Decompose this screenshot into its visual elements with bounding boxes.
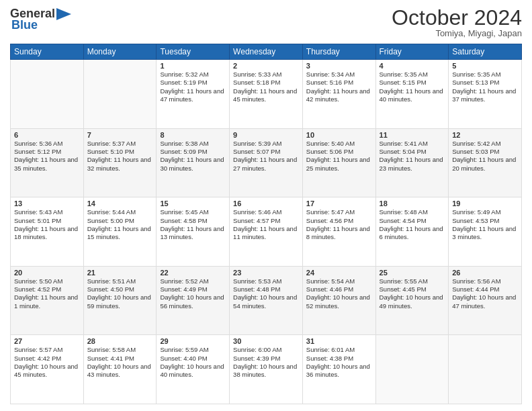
weekday-saturday: Saturday [449, 44, 522, 60]
day-number: 15 [160, 199, 226, 208]
day-number: 11 [380, 131, 445, 139]
day-cell-13: 13Sunrise: 5:43 AMSunset: 5:01 PMDayligh… [11, 197, 84, 267]
day-number: 9 [233, 131, 299, 139]
day-number: 16 [233, 199, 299, 208]
day-cell-31: 31Sunrise: 6:01 AMSunset: 4:38 PMDayligh… [302, 335, 375, 404]
daylight-text: Daylight: 11 hours and 40 minutes. [380, 87, 445, 104]
sunrise-text: Sunrise: 5:35 AM [452, 71, 518, 79]
day-cell-4: 4Sunrise: 5:35 AMSunset: 5:15 PMDaylight… [375, 60, 449, 129]
weekday-wednesday: Wednesday [230, 44, 303, 60]
sunset-text: Sunset: 4:49 PM [160, 285, 226, 293]
day-cell-27: 27Sunrise: 5:57 AMSunset: 4:42 PMDayligh… [11, 335, 84, 404]
weekday-friday: Friday [375, 44, 449, 60]
day-number: 12 [452, 131, 518, 139]
week-row-4: 20Sunrise: 5:50 AMSunset: 4:52 PMDayligh… [11, 266, 522, 335]
empty-cell [11, 60, 84, 129]
subtitle: Tomiya, Miyagi, Japan [392, 28, 522, 38]
month-title: October 2024 [392, 7, 522, 28]
day-number: 19 [452, 199, 518, 208]
sunrise-text: Sunrise: 5:50 AM [14, 277, 80, 285]
sunset-text: Sunset: 5:12 PM [14, 148, 80, 156]
sunset-text: Sunset: 4:40 PM [160, 355, 226, 363]
weekday-header-row: SundayMondayTuesdayWednesdayThursdayFrid… [11, 44, 522, 60]
week-row-5: 27Sunrise: 5:57 AMSunset: 4:42 PMDayligh… [11, 335, 522, 404]
day-number: 23 [233, 269, 299, 277]
day-cell-17: 17Sunrise: 5:47 AMSunset: 4:56 PMDayligh… [302, 197, 375, 267]
daylight-text: Daylight: 10 hours and 49 minutes. [380, 293, 445, 310]
sunrise-text: Sunrise: 6:01 AM [306, 346, 372, 354]
day-number: 17 [306, 199, 372, 208]
daylight-text: Daylight: 11 hours and 13 minutes. [160, 225, 226, 242]
sunset-text: Sunset: 5:03 PM [452, 148, 518, 156]
sunrise-text: Sunrise: 5:34 AM [306, 71, 372, 79]
sunset-text: Sunset: 4:56 PM [306, 217, 372, 225]
day-number: 29 [160, 337, 226, 345]
day-cell-18: 18Sunrise: 5:48 AMSunset: 4:54 PMDayligh… [375, 197, 449, 267]
day-cell-24: 24Sunrise: 5:54 AMSunset: 4:46 PMDayligh… [302, 266, 375, 335]
week-row-1: 1Sunrise: 5:32 AMSunset: 5:19 PMDaylight… [11, 60, 522, 129]
weekday-thursday: Thursday [302, 44, 375, 60]
sunrise-text: Sunrise: 5:40 AM [306, 140, 372, 148]
sunrise-text: Sunrise: 5:51 AM [87, 277, 153, 285]
sunset-text: Sunset: 5:18 PM [233, 79, 299, 87]
week-row-2: 6Sunrise: 5:36 AMSunset: 5:12 PMDaylight… [11, 128, 522, 197]
day-number: 21 [87, 269, 153, 277]
logo: General Blue [10, 7, 71, 32]
sunset-text: Sunset: 4:53 PM [452, 217, 518, 225]
sunset-text: Sunset: 5:19 PM [160, 79, 226, 87]
daylight-text: Daylight: 10 hours and 40 minutes. [160, 363, 226, 379]
day-cell-11: 11Sunrise: 5:41 AMSunset: 5:04 PMDayligh… [375, 128, 449, 197]
header: General Blue October 2024 Tomiya, Miyagi… [10, 7, 522, 38]
daylight-text: Daylight: 11 hours and 6 minutes. [380, 225, 445, 242]
daylight-text: Daylight: 10 hours and 52 minutes. [306, 293, 372, 310]
daylight-text: Daylight: 10 hours and 45 minutes. [14, 363, 80, 379]
daylight-text: Daylight: 11 hours and 11 minutes. [233, 225, 299, 242]
sunrise-text: Sunrise: 5:47 AM [306, 208, 372, 216]
sunset-text: Sunset: 4:57 PM [233, 217, 299, 225]
sunset-text: Sunset: 5:10 PM [87, 148, 153, 156]
daylight-text: Daylight: 11 hours and 25 minutes. [306, 156, 372, 173]
day-number: 8 [160, 131, 226, 139]
logo-blue-text: Blue [10, 18, 38, 32]
day-number: 13 [14, 199, 80, 208]
sunset-text: Sunset: 4:46 PM [306, 285, 372, 293]
daylight-text: Daylight: 11 hours and 1 minute. [14, 293, 80, 310]
sunrise-text: Sunrise: 5:36 AM [14, 140, 80, 148]
sunrise-text: Sunrise: 6:00 AM [233, 346, 299, 354]
day-cell-23: 23Sunrise: 5:53 AMSunset: 4:48 PMDayligh… [230, 266, 303, 335]
daylight-text: Daylight: 11 hours and 8 minutes. [306, 225, 372, 242]
sunrise-text: Sunrise: 5:56 AM [452, 277, 518, 285]
day-cell-12: 12Sunrise: 5:42 AMSunset: 5:03 PMDayligh… [449, 128, 522, 197]
sunrise-text: Sunrise: 5:57 AM [14, 346, 80, 354]
sunrise-text: Sunrise: 5:53 AM [233, 277, 299, 285]
day-number: 6 [14, 131, 80, 139]
daylight-text: Daylight: 11 hours and 18 minutes. [14, 225, 80, 242]
sunrise-text: Sunrise: 5:41 AM [380, 140, 445, 148]
daylight-text: Daylight: 10 hours and 59 minutes. [87, 293, 153, 310]
sunset-text: Sunset: 5:06 PM [306, 148, 372, 156]
sunset-text: Sunset: 4:38 PM [306, 355, 372, 363]
day-number: 14 [87, 199, 153, 208]
sunset-text: Sunset: 5:13 PM [452, 79, 518, 87]
day-cell-7: 7Sunrise: 5:37 AMSunset: 5:10 PMDaylight… [83, 128, 157, 197]
day-number: 10 [306, 131, 372, 139]
day-cell-26: 26Sunrise: 5:56 AMSunset: 4:44 PMDayligh… [449, 266, 522, 335]
sunset-text: Sunset: 5:15 PM [380, 79, 445, 87]
day-cell-9: 9Sunrise: 5:39 AMSunset: 5:07 PMDaylight… [230, 128, 303, 197]
title-block: October 2024 Tomiya, Miyagi, Japan [392, 7, 522, 38]
sunrise-text: Sunrise: 5:55 AM [380, 277, 445, 285]
sunrise-text: Sunrise: 5:42 AM [452, 140, 518, 148]
sunrise-text: Sunrise: 5:32 AM [160, 71, 226, 79]
sunset-text: Sunset: 4:54 PM [380, 217, 445, 225]
sunset-text: Sunset: 4:39 PM [233, 355, 299, 363]
svg-marker-0 [56, 8, 71, 20]
day-cell-16: 16Sunrise: 5:46 AMSunset: 4:57 PMDayligh… [230, 197, 303, 267]
weekday-tuesday: Tuesday [157, 44, 230, 60]
sunrise-text: Sunrise: 5:59 AM [160, 346, 226, 354]
day-cell-20: 20Sunrise: 5:50 AMSunset: 4:52 PMDayligh… [11, 266, 84, 335]
day-number: 1 [160, 62, 226, 70]
day-number: 20 [14, 269, 80, 277]
day-cell-25: 25Sunrise: 5:55 AMSunset: 4:45 PMDayligh… [375, 266, 449, 335]
day-number: 24 [306, 269, 372, 277]
day-number: 7 [87, 131, 153, 139]
